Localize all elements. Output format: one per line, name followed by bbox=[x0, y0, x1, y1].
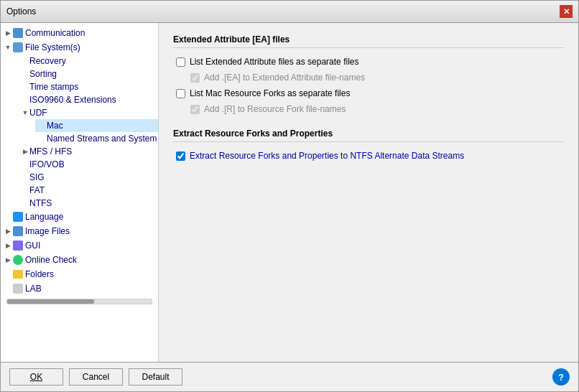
tree-item-gui[interactable]: ▶ GUI bbox=[1, 238, 158, 253]
icon-gui bbox=[12, 240, 24, 251]
icon-imagefiles bbox=[12, 225, 24, 237]
label-list-ea[interactable]: List Extended Attribute files as separat… bbox=[190, 57, 358, 67]
expand-icon-lab bbox=[4, 284, 12, 293]
tree-item-namedstreams[interactable]: Named Streams and System bbox=[35, 132, 158, 145]
icon-filesystem bbox=[12, 42, 24, 53]
tree-item-iso9960[interactable]: ISO9960 & Extensions bbox=[18, 93, 158, 106]
tree-item-sorting[interactable]: Sorting bbox=[18, 67, 158, 80]
tree-item-imagefiles[interactable]: ▶ Image Files bbox=[1, 224, 158, 238]
expand-icon-mac bbox=[38, 121, 47, 130]
expand-icon-iso9960 bbox=[21, 95, 29, 104]
tree-panel: ▶ Communication ▼ File System(s) Recover… bbox=[1, 23, 159, 362]
tree-item-sig[interactable]: SIG bbox=[18, 171, 158, 184]
dialog-title: Options bbox=[6, 6, 36, 17]
expand-icon-mfshfs: ▶ bbox=[21, 147, 29, 156]
expand-icon-imagefiles: ▶ bbox=[4, 227, 12, 235]
section-extract-header: Extract Resource Forks and Properties bbox=[173, 129, 564, 142]
tree-label-mac: Mac bbox=[47, 121, 63, 131]
tree-item-fat[interactable]: FAT bbox=[18, 184, 158, 197]
icon-language bbox=[12, 211, 24, 223]
close-button[interactable]: ✕ bbox=[560, 5, 573, 18]
tree-item-mfshfs[interactable]: ▶ MFS / HFS bbox=[18, 145, 158, 158]
tree-item-ntfs[interactable]: NTFS bbox=[18, 197, 158, 210]
tree-label-filesystem: File System(s) bbox=[25, 42, 80, 52]
tree-label-iso9960: ISO9960 & Extensions bbox=[29, 95, 116, 105]
tree-item-communication[interactable]: ▶ Communication bbox=[1, 26, 158, 40]
checkbox-list-mac[interactable] bbox=[176, 89, 185, 98]
expand-icon-udf: ▼ bbox=[21, 108, 29, 117]
tree-item-ifovob[interactable]: IFO/VOB bbox=[18, 158, 158, 171]
horizontal-scrollbar[interactable] bbox=[1, 296, 158, 309]
expand-icon-language bbox=[4, 213, 12, 221]
tree-label-lab: LAB bbox=[25, 284, 42, 294]
section-extract: Extract Resource Forks and Properties Ex… bbox=[173, 129, 564, 161]
tree-item-language[interactable]: Language bbox=[1, 210, 158, 224]
expand-icon-onlinecheck: ▶ bbox=[4, 256, 12, 264]
option-row-add-r: Add .[R] to Resource Fork file-names bbox=[173, 104, 564, 114]
label-add-r[interactable]: Add .[R] to Resource Fork file-names bbox=[204, 104, 346, 114]
tree-label-folders: Folders bbox=[25, 269, 54, 279]
expand-icon-sig bbox=[21, 173, 29, 182]
label-list-mac[interactable]: List Mac Resource Forks as separate file… bbox=[190, 88, 350, 98]
checkbox-extract-ntfs[interactable] bbox=[176, 151, 185, 161]
right-panel: Extended Attribute [EA] files List Exten… bbox=[159, 23, 578, 362]
expand-icon-fat bbox=[21, 186, 29, 195]
tree-label-mfshfs: MFS / HFS bbox=[29, 146, 72, 157]
expand-icon-sorting bbox=[21, 70, 29, 78]
icon-communication bbox=[12, 27, 24, 39]
icon-folders bbox=[12, 269, 24, 280]
expand-icon-communication: ▶ bbox=[4, 29, 12, 37]
tree-item-timestamps[interactable]: Time stamps bbox=[18, 80, 158, 93]
ok-button[interactable]: OK bbox=[9, 368, 63, 386]
option-row-add-ea: Add .[EA] to Extended Attribute file-nam… bbox=[173, 73, 564, 83]
option-row-extract-ntfs: Extract Resource Forks and Properties to… bbox=[173, 151, 564, 161]
scrollbar-thumb bbox=[7, 299, 94, 304]
checkbox-add-ea[interactable] bbox=[190, 73, 200, 83]
expand-icon-gui: ▶ bbox=[4, 241, 12, 250]
tree-label-communication: Communication bbox=[25, 28, 85, 38]
tree-label-imagefiles: Image Files bbox=[25, 226, 70, 236]
tree-item-onlinecheck[interactable]: ▶ Online Check bbox=[1, 253, 158, 267]
tree-item-recovery[interactable]: Recovery bbox=[18, 55, 158, 67]
option-row-list-ea: List Extended Attribute files as separat… bbox=[173, 57, 564, 67]
section-ea-header: Extended Attribute [EA] files bbox=[173, 34, 564, 48]
checkbox-list-ea[interactable] bbox=[176, 57, 185, 67]
tree-label-fat: FAT bbox=[29, 185, 45, 195]
tree-label-ifovob: IFO/VOB bbox=[29, 159, 65, 169]
expand-icon-folders bbox=[4, 270, 12, 279]
tree-item-mac[interactable]: Mac bbox=[35, 119, 158, 132]
dialog-footer: OK Cancel Default ? bbox=[1, 362, 578, 391]
label-extract-ntfs[interactable]: Extract Resource Forks and Properties to… bbox=[190, 151, 464, 161]
tree-item-udf[interactable]: ▼ UDF bbox=[18, 106, 158, 119]
tree-label-udf: UDF bbox=[29, 108, 47, 118]
scrollbar-track bbox=[6, 299, 152, 304]
icon-onlinecheck bbox=[12, 254, 24, 266]
expand-icon-ntfs bbox=[21, 199, 29, 207]
expand-icon-ifovob bbox=[21, 160, 29, 169]
tree-label-recovery: Recovery bbox=[29, 56, 66, 66]
label-add-ea[interactable]: Add .[EA] to Extended Attribute file-nam… bbox=[204, 73, 365, 83]
tree-label-language: Language bbox=[25, 212, 63, 222]
tree-label-sig: SIG bbox=[29, 172, 45, 182]
dialog-body: ▶ Communication ▼ File System(s) Recover… bbox=[1, 23, 578, 362]
expand-icon-namedstreams bbox=[38, 134, 47, 143]
icon-lab bbox=[12, 283, 24, 294]
tree-label-namedstreams: Named Streams and System bbox=[47, 134, 157, 144]
checkbox-add-r[interactable] bbox=[190, 105, 200, 114]
help-button[interactable]: ? bbox=[552, 368, 570, 386]
tree-label-onlinecheck: Online Check bbox=[25, 255, 77, 265]
tree-label-ntfs: NTFS bbox=[29, 198, 52, 208]
tree-label-timestamps: Time stamps bbox=[29, 82, 78, 92]
options-dialog: Options ✕ ▶ Communication ▼ File System(… bbox=[0, 0, 579, 392]
tree-label-gui: GUI bbox=[25, 241, 40, 251]
title-bar: Options ✕ bbox=[1, 1, 578, 23]
expand-icon-filesystem: ▼ bbox=[4, 43, 12, 52]
cancel-button[interactable]: Cancel bbox=[69, 368, 123, 386]
tree-item-filesystem[interactable]: ▼ File System(s) bbox=[1, 40, 158, 55]
tree-label-sorting: Sorting bbox=[29, 69, 57, 79]
tree-item-folders[interactable]: Folders bbox=[1, 267, 158, 281]
expand-icon-timestamps bbox=[21, 83, 29, 91]
default-button[interactable]: Default bbox=[129, 368, 182, 386]
tree-item-lab[interactable]: LAB bbox=[1, 281, 158, 296]
expand-icon-recovery bbox=[21, 57, 29, 65]
